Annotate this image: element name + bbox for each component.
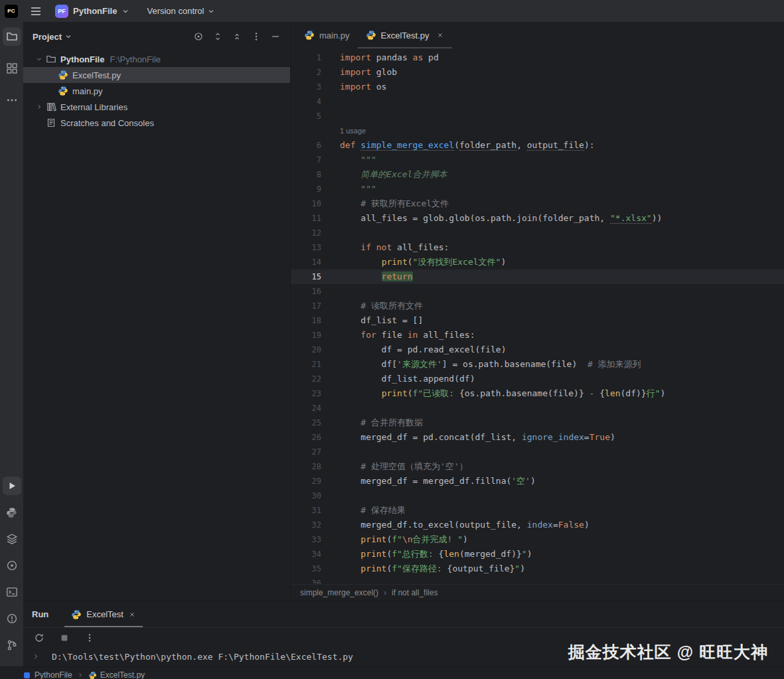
line-number[interactable]: 8 [291, 167, 335, 182]
project-panel-title[interactable]: Project [33, 32, 72, 42]
line-number[interactable]: 25 [291, 415, 335, 430]
line-number[interactable]: 30 [291, 489, 335, 503]
code-line[interactable]: 7 """ [291, 153, 784, 167]
line-number[interactable]: 1 [291, 50, 335, 65]
structure-tool-icon[interactable] [3, 59, 21, 78]
run-tab-exceltest[interactable]: ExcelTest [64, 601, 143, 627]
line-number[interactable]: 16 [291, 284, 335, 299]
expand-all-button[interactable] [210, 29, 226, 44]
code-line[interactable]: 4 [291, 94, 784, 109]
line-number[interactable]: 21 [291, 357, 335, 372]
code-line[interactable]: 24 [291, 401, 784, 415]
line-number[interactable]: 10 [291, 196, 335, 211]
tree-item-scratches-and-consoles[interactable]: Scratches and Consoles [23, 115, 290, 131]
line-number[interactable]: 32 [291, 518, 335, 532]
hide-panel-button[interactable] [268, 29, 283, 44]
code-line[interactable]: 34 print(f"总行数: {len(merged_df)}") [291, 547, 784, 562]
editor-tab-exceltest-py[interactable]: ExcelTest.py [358, 22, 452, 48]
code-line[interactable]: 1import pandas as pd [291, 50, 784, 65]
code-line[interactable]: 17 # 读取所有文件 [291, 299, 784, 313]
line-number[interactable]: 28 [291, 459, 335, 474]
code-line[interactable]: 31 # 保存结果 [291, 503, 784, 518]
line-number[interactable]: 24 [291, 401, 335, 415]
chevron-right-icon[interactable] [33, 103, 45, 111]
line-number[interactable]: 23 [291, 386, 335, 401]
code-line[interactable]: 9 """ [291, 182, 784, 196]
select-opened-file-button[interactable] [191, 29, 206, 44]
line-number[interactable]: 4 [291, 94, 335, 109]
code-line[interactable]: 22 df_list.append(df) [291, 372, 784, 386]
console-fold-arrow-icon[interactable] [23, 652, 52, 660]
tree-item-external-libraries[interactable]: External Libraries [23, 99, 290, 115]
more-options-icon[interactable] [82, 631, 97, 645]
tree-item-exceltest-py[interactable]: ExcelTest.py [23, 67, 290, 83]
vcs-selector[interactable]: Version control [147, 6, 215, 16]
statusbar-project-crumb[interactable]: PythonFile [23, 670, 72, 679]
code-line[interactable]: 14 print("没有找到Excel文件") [291, 255, 784, 269]
code-line[interactable]: 6def simple_merge_excel(folder_path, out… [291, 138, 784, 153]
stop-button[interactable] [57, 631, 72, 645]
line-number[interactable]: 5 [291, 109, 335, 123]
code-line[interactable]: 36 [291, 576, 784, 584]
line-number[interactable]: 26 [291, 430, 335, 445]
line-number[interactable]: 2 [291, 65, 335, 80]
code-line[interactable]: 30 [291, 489, 784, 503]
python-console-tool-icon[interactable] [3, 503, 21, 522]
code-line[interactable]: 23 print(f"已读取: {os.path.basename(file)}… [291, 386, 784, 401]
code-line[interactable]: 15 return [291, 269, 784, 284]
code-line[interactable]: 27 [291, 445, 784, 459]
editor-tab-main-py[interactable]: main.py [296, 22, 358, 48]
line-number[interactable]: 20 [291, 342, 335, 357]
code-line[interactable]: 19 for file in all_files: [291, 328, 784, 342]
code-line[interactable]: 13 if not all_files: [291, 240, 784, 255]
rerun-button[interactable] [32, 631, 46, 645]
line-number[interactable]: 31 [291, 503, 335, 518]
run-tool-icon[interactable] [3, 477, 21, 495]
code-line[interactable]: 29 merged_df = merged_df.fillna('空') [291, 474, 784, 489]
services-tool-icon[interactable] [3, 556, 21, 575]
close-tab-icon[interactable] [128, 611, 136, 619]
line-number[interactable]: 17 [291, 299, 335, 313]
code-line[interactable]: 32 merged_df.to_excel(output_file, index… [291, 518, 784, 532]
code-line[interactable]: 11 all_files = glob.glob(os.path.join(fo… [291, 211, 784, 226]
line-number[interactable]: 19 [291, 328, 335, 342]
line-number[interactable]: 22 [291, 372, 335, 386]
line-number[interactable]: 35 [291, 562, 335, 576]
line-number[interactable]: 29 [291, 474, 335, 489]
code-line[interactable]: 21 df['来源文件'] = os.path.basename(file) #… [291, 357, 784, 372]
breadcrumb-item[interactable]: simple_merge_excel() [300, 588, 378, 597]
chevron-down-icon[interactable] [33, 55, 45, 63]
code-line[interactable]: 26 merged_df = pd.concat(df_list, ignore… [291, 430, 784, 445]
line-number[interactable]: 9 [291, 182, 335, 196]
line-number[interactable]: 14 [291, 255, 335, 269]
code-line[interactable]: 20 df = pd.read_excel(file) [291, 342, 784, 357]
code-line[interactable]: 8 简单的Excel合并脚本 [291, 167, 784, 182]
code-line[interactable]: 16 [291, 284, 784, 299]
project-tool-icon[interactable] [3, 27, 21, 46]
collapse-all-button[interactable] [229, 29, 245, 44]
line-number[interactable]: 6 [291, 138, 335, 153]
line-number[interactable]: 15 [291, 269, 335, 284]
line-number[interactable]: 11 [291, 211, 335, 226]
problems-tool-icon[interactable] [3, 609, 21, 628]
code-line[interactable]: 25 # 合并所有数据 [291, 415, 784, 430]
code-line[interactable]: 2import glob [291, 65, 784, 80]
python-packages-tool-icon[interactable] [3, 530, 21, 548]
tree-item-main-py[interactable]: main.py [23, 83, 290, 99]
line-number[interactable]: 34 [291, 547, 335, 562]
line-number[interactable]: 7 [291, 153, 335, 167]
code-line[interactable]: 28 # 处理空值（填充为'空'） [291, 459, 784, 474]
code-line[interactable]: 3import os [291, 80, 784, 94]
more-tool-windows-icon[interactable] [3, 91, 21, 110]
code-line[interactable]: 18 df_list = [] [291, 313, 784, 328]
version-control-tool-icon[interactable] [3, 636, 21, 654]
project-selector[interactable]: PF PythonFile [55, 5, 129, 18]
line-number[interactable] [291, 123, 335, 138]
tree-item-pythonfile[interactable]: PythonFileF:\PythonFile [23, 51, 290, 67]
code-line[interactable]: 33 print(f"\n合并完成! ") [291, 532, 784, 547]
main-menu-icon[interactable] [27, 3, 44, 20]
code-editor[interactable]: 1import pandas as pd2import glob3import … [291, 48, 784, 584]
inlay-hint-row[interactable]: 1 usage [291, 123, 784, 138]
line-number[interactable]: 12 [291, 226, 335, 240]
line-number[interactable]: 3 [291, 80, 335, 94]
